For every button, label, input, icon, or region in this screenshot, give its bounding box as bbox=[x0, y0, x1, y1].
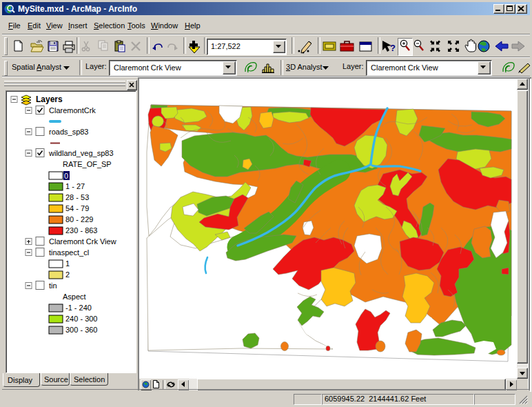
svg-text:wildland_veg_sp83: wildland_veg_sp83 bbox=[48, 149, 114, 157]
svg-text:28 - 53: 28 - 53 bbox=[65, 193, 89, 201]
svg-text:Aspect: Aspect bbox=[63, 292, 86, 301]
svg-text:0: 0 bbox=[64, 172, 68, 180]
svg-text:1 - 27: 1 - 27 bbox=[65, 182, 85, 190]
svg-text:80 - 229: 80 - 229 bbox=[65, 215, 93, 224]
svg-text:240 - 300: 240 - 300 bbox=[65, 315, 97, 323]
svg-text:230 - 863: 230 - 863 bbox=[65, 226, 97, 235]
svg-text:54 - 79: 54 - 79 bbox=[65, 204, 89, 212]
svg-text:roads_sp83: roads_sp83 bbox=[49, 128, 89, 136]
svg-text:Claremont Crk View: Claremont Crk View bbox=[49, 237, 116, 246]
svg-text:tinaspect_cl: tinaspect_cl bbox=[49, 248, 89, 257]
svg-text:2: 2 bbox=[65, 270, 70, 279]
svg-text:ClaremontCrk: ClaremontCrk bbox=[49, 106, 96, 115]
svg-text:1: 1 bbox=[65, 259, 70, 268]
svg-text:?: ? bbox=[390, 43, 396, 53]
svg-text:Layers: Layers bbox=[36, 95, 63, 104]
svg-text:300 - 360: 300 - 360 bbox=[65, 326, 97, 334]
svg-text:-1 - 240: -1 - 240 bbox=[65, 304, 92, 312]
svg-text:RATE_OF_SP: RATE_OF_SP bbox=[63, 160, 112, 168]
svg-text:tin: tin bbox=[49, 281, 57, 290]
